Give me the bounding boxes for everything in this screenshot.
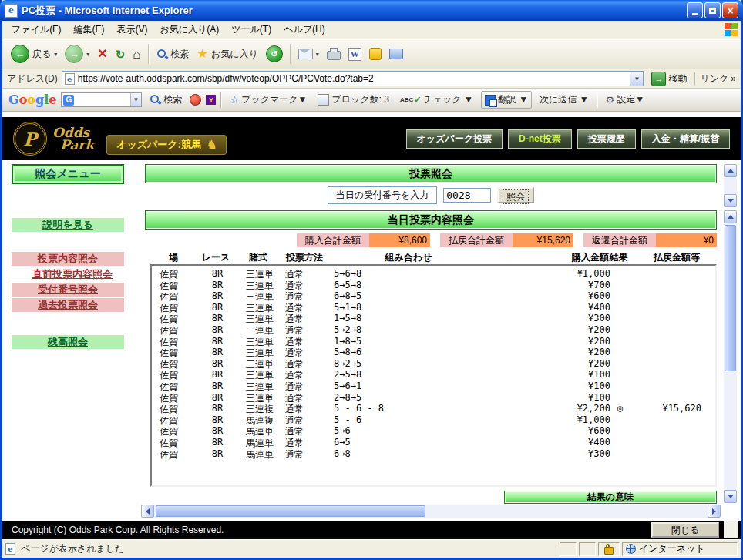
- purchase-total-value: ¥8,600: [369, 233, 430, 247]
- scrollbar-thumb[interactable]: [725, 225, 736, 371]
- google-search-input[interactable]: G ▼: [61, 92, 142, 107]
- popup-blocker-count: ブロック数: 3: [331, 93, 388, 106]
- google-settings-button[interactable]: ⚙ 設定▼: [603, 92, 648, 108]
- scroll-down-button[interactable]: [724, 194, 737, 207]
- home-button[interactable]: ⌂: [129, 46, 144, 62]
- vote-inquiry-frame: 投票照会 当日の受付番号を入力 照会: [141, 164, 721, 207]
- close-page-button[interactable]: 閉じる: [651, 522, 719, 538]
- menu-view[interactable]: 表示(V): [110, 21, 153, 39]
- cell-combo: 5→2→8: [329, 324, 491, 336]
- menu-edit[interactable]: 編集(E): [67, 21, 110, 39]
- cell-race: 8R: [198, 347, 237, 358]
- nav-dnet-vote-button[interactable]: D-net投票: [508, 129, 572, 149]
- cell-place: 佐賀: [152, 280, 198, 291]
- cell-combo: 1→8→5: [329, 336, 491, 347]
- send-to-label: 次に送信 ▼: [540, 93, 589, 106]
- cell-amount: ¥600: [491, 290, 610, 302]
- sidebar-item-receipt-number-inquiry[interactable]: 受付番号照会: [12, 283, 124, 297]
- cell-result: [610, 414, 630, 426]
- refund-total-value: ¥0: [656, 233, 717, 247]
- sidebar-item-help[interactable]: 説明を見る: [12, 218, 124, 232]
- back-button[interactable]: ← 戻る ▾: [7, 43, 61, 65]
- oddspark-logo-icon[interactable]: P: [13, 122, 47, 156]
- sidebar-item-latest-vote-inquiry[interactable]: 直前投票内容照会: [10, 267, 135, 281]
- result-legend-button[interactable]: 結果の意味: [504, 491, 717, 504]
- top-frame-scrollbar[interactable]: [724, 164, 737, 207]
- cell-place: 佐賀: [152, 302, 198, 314]
- nav-oddspark-vote-button[interactable]: オッズパーク投票: [406, 129, 503, 149]
- sidebar-item-vote-inquiry[interactable]: 投票内容照会: [12, 252, 124, 266]
- red-badge-icon[interactable]: [190, 94, 201, 106]
- send-to-button[interactable]: 次に送信 ▼: [536, 92, 592, 108]
- maximize-button[interactable]: [704, 2, 721, 18]
- address-dropdown-icon[interactable]: ▼: [630, 72, 643, 86]
- mail-dropdown-icon[interactable]: ▾: [316, 51, 319, 58]
- discuss-button[interactable]: [385, 47, 407, 61]
- forward-button[interactable]: → ▾: [61, 43, 93, 65]
- nav-vote-history-button[interactable]: 投票履歴: [577, 129, 636, 149]
- cell-race: 8R: [198, 437, 237, 448]
- cell-race: 8R: [198, 414, 237, 426]
- menu-help[interactable]: ヘルプ(H): [277, 21, 331, 39]
- address-input[interactable]: e https://vote-auth.oddspark.com/sbp/dfw…: [62, 71, 644, 86]
- sidebar-item-balance-inquiry[interactable]: 残高照会: [12, 335, 124, 349]
- mail-button[interactable]: ▾: [294, 47, 323, 61]
- cell-method: 通常: [283, 392, 329, 404]
- refresh-button[interactable]: ↻: [112, 47, 129, 62]
- cell-amount: ¥2,200: [491, 403, 610, 414]
- table-row: 佐賀8R三連単通常5→1→8¥400: [152, 302, 715, 314]
- nav-deposit-button[interactable]: 入金・精算/振替: [641, 129, 730, 149]
- forward-dropdown-icon[interactable]: ▾: [86, 51, 89, 58]
- tagline-label: オッズパーク:競馬: [116, 138, 201, 152]
- payout-total-label: 払戻合計金額: [440, 233, 513, 247]
- spellcheck-button[interactable]: ABC✓ チェック ▼: [397, 92, 476, 108]
- sidebar-item-past-vote-inquiry[interactable]: 過去投票照会: [12, 298, 124, 312]
- google-search-dropdown-icon[interactable]: ▼: [130, 93, 142, 106]
- history-button[interactable]: ↺: [262, 44, 287, 64]
- scroll-up-button[interactable]: [724, 210, 737, 223]
- messenger-icon: [369, 48, 382, 60]
- translate-button[interactable]: 翻訳 ▼: [481, 91, 532, 109]
- translate-icon: [485, 95, 496, 106]
- edit-word-button[interactable]: W: [345, 46, 365, 62]
- oddspark-logo-text[interactable]: Odds Park: [52, 126, 94, 151]
- back-icon: ←: [11, 45, 29, 63]
- cell-race: 8R: [198, 280, 237, 291]
- scroll-right-button[interactable]: [708, 505, 721, 518]
- security-panel: [598, 542, 620, 556]
- scroll-up-button[interactable]: [724, 164, 737, 177]
- horizontal-scrollbar[interactable]: [141, 505, 721, 518]
- yahoo-badge-icon[interactable]: Y: [206, 95, 216, 105]
- cell-result: [610, 302, 630, 314]
- scroll-down-button[interactable]: [724, 490, 737, 503]
- back-dropdown-icon[interactable]: ▾: [54, 51, 57, 58]
- messenger-button[interactable]: [365, 46, 385, 62]
- result-legend-label: 結果の意味: [587, 491, 634, 504]
- go-button[interactable]: → 移動: [647, 71, 691, 87]
- scroll-left-button[interactable]: [141, 505, 154, 518]
- popup-blocker-button[interactable]: ブロック数: 3: [314, 92, 392, 108]
- main-frame-scrollbar[interactable]: [724, 210, 737, 503]
- menu-file[interactable]: ファイル(F): [5, 21, 67, 39]
- minimize-button[interactable]: [687, 2, 703, 18]
- google-bookmarks-button[interactable]: ☆ ブックマーク▼: [227, 92, 310, 108]
- receipt-number-input[interactable]: [443, 188, 491, 203]
- favorites-button[interactable]: ★ お気に入り: [193, 46, 262, 62]
- inquiry-sidebar: 照会メニュー 説明を見る 投票内容照会 直前投票内容照会 受付番号照会 過去投票…: [10, 164, 135, 350]
- payout-total-value: ¥15,620: [513, 233, 573, 247]
- table-row: 佐賀8R三連単通常8→2→5¥200: [152, 358, 715, 370]
- search-toolbar-button[interactable]: 検索: [153, 46, 193, 62]
- scrollbar-track[interactable]: [154, 505, 708, 518]
- inquiry-submit-button[interactable]: 照会: [497, 187, 534, 203]
- google-search-button[interactable]: 検索: [146, 92, 185, 108]
- menu-tools[interactable]: ツール(T): [225, 21, 277, 39]
- scrollbar-thumb[interactable]: [156, 505, 425, 517]
- google-toolbar: Google G ▼ 検索 Y ☆ ブックマーク▼ ブロック数: 3 ABC✓ …: [2, 89, 741, 112]
- stop-button[interactable]: ✕: [93, 46, 111, 62]
- scrollbar-track[interactable]: [724, 223, 737, 490]
- links-button[interactable]: リンク »: [694, 72, 736, 86]
- close-window-button[interactable]: ×: [722, 2, 738, 18]
- cell-method: 通常: [283, 290, 329, 302]
- menu-favorites[interactable]: お気に入り(A): [153, 21, 225, 39]
- print-button[interactable]: [323, 46, 345, 62]
